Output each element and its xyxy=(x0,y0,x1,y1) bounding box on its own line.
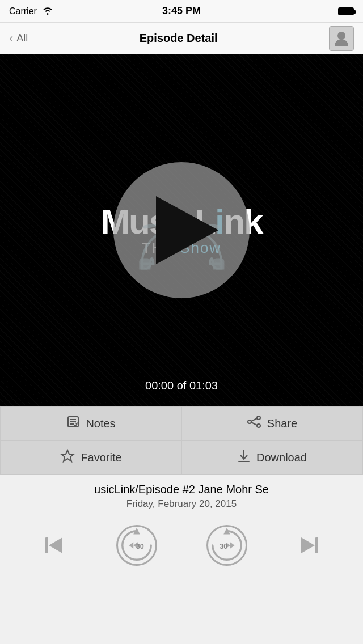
battery-icon xyxy=(338,7,354,15)
fast-forward-end-button[interactable] xyxy=(297,533,322,558)
share-button[interactable]: Share xyxy=(182,407,362,440)
download-icon xyxy=(237,448,251,467)
episode-title: usicLink/Episode #2 Jane Mohr Se xyxy=(9,483,354,496)
svg-text:30: 30 xyxy=(136,543,143,550)
svg-line-10 xyxy=(251,418,257,421)
page-title: Episode Detail xyxy=(140,32,218,45)
notes-button[interactable]: Notes xyxy=(1,407,181,440)
svg-marker-18 xyxy=(129,542,133,549)
svg-marker-12 xyxy=(61,450,74,461)
nav-bar: ‹ All Episode Detail xyxy=(0,23,363,54)
play-icon xyxy=(156,196,218,264)
profile-icon xyxy=(333,30,350,47)
svg-point-9 xyxy=(257,424,260,427)
star-icon xyxy=(60,449,75,466)
back-30-button[interactable]: 30 xyxy=(116,525,157,566)
svg-point-0 xyxy=(337,32,345,40)
notes-label: Notes xyxy=(86,417,115,430)
svg-rect-25 xyxy=(315,537,318,553)
notes-icon xyxy=(66,415,80,432)
svg-text:30: 30 xyxy=(220,543,227,550)
playback-controls: 30 30 xyxy=(0,514,363,577)
favorite-label: Favorite xyxy=(81,451,121,464)
back-button[interactable]: ‹ All xyxy=(9,31,28,46)
chevron-left-icon: ‹ xyxy=(9,31,13,46)
forward-30-icon: 30 xyxy=(208,526,246,565)
forward-30-button[interactable]: 30 xyxy=(206,525,247,566)
media-player[interactable]: MusicLink THE Show 00:00 of 01:03 xyxy=(0,54,363,406)
play-button[interactable] xyxy=(113,162,250,298)
download-button[interactable]: Download xyxy=(182,441,362,474)
svg-line-11 xyxy=(251,422,257,425)
svg-marker-26 xyxy=(301,537,315,553)
rewind-start-icon xyxy=(42,533,67,558)
status-bar: Carrier 3:45 PM xyxy=(0,0,363,23)
time-display: 00:00 of 01:03 xyxy=(145,379,218,392)
download-label: Download xyxy=(256,451,307,464)
action-buttons: Notes Share Favorite xyxy=(0,406,363,475)
episode-info: usicLink/Episode #2 Jane Mohr Se Friday,… xyxy=(0,475,363,514)
svg-point-7 xyxy=(257,416,260,420)
back-label: All xyxy=(16,32,28,44)
fast-forward-end-icon xyxy=(297,533,322,558)
svg-rect-15 xyxy=(45,537,48,553)
svg-rect-13 xyxy=(238,461,250,462)
svg-marker-22 xyxy=(230,542,234,549)
back-30-circle: 30 xyxy=(116,525,157,566)
back-30-icon: 30 xyxy=(118,526,155,565)
profile-button[interactable] xyxy=(329,26,354,51)
forward-30-circle: 30 xyxy=(206,525,247,566)
svg-marker-16 xyxy=(49,537,62,553)
rewind-to-start-button[interactable] xyxy=(42,533,67,558)
episode-date: Friday, February 20, 2015 xyxy=(9,498,354,510)
share-label: Share xyxy=(267,417,297,430)
carrier-label: Carrier xyxy=(9,6,37,16)
status-time: 3:45 PM xyxy=(162,5,201,17)
share-icon xyxy=(247,415,261,432)
wifi-icon xyxy=(41,6,54,17)
favorite-button[interactable]: Favorite xyxy=(1,441,181,474)
svg-point-8 xyxy=(248,420,251,423)
